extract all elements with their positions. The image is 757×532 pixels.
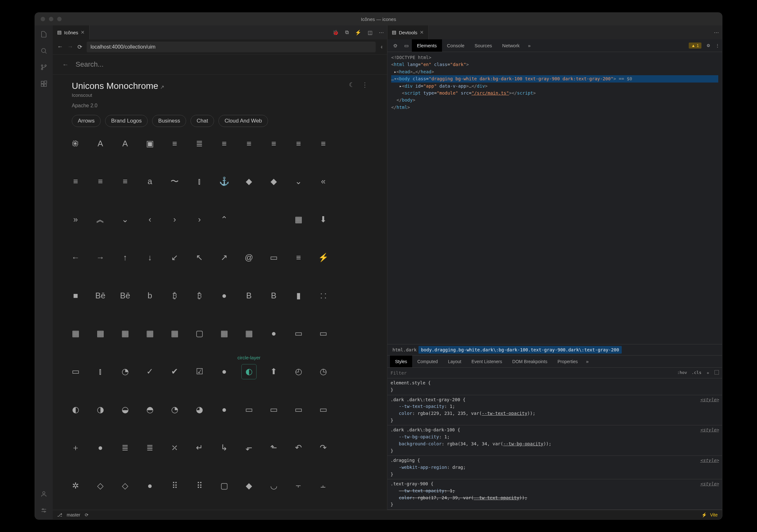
grid-icon[interactable]: ≡ [291, 136, 306, 151]
grid-icon[interactable]: ● [217, 288, 232, 303]
grid-icon[interactable]: ▦ [93, 326, 108, 341]
grid-icon[interactable]: ⬐ [241, 440, 257, 455]
grid-icon[interactable]: ▦ [142, 326, 158, 341]
back-arrow-icon[interactable]: ← [62, 61, 69, 68]
cls-toggle[interactable]: .cls [692, 370, 701, 376]
grid-icon[interactable]: ▭ [266, 402, 281, 417]
grid-icon[interactable]: ⠿ [192, 478, 207, 493]
grid-icon[interactable]: ● [266, 326, 281, 341]
grid-icon[interactable]: ▦ [291, 212, 306, 227]
hov-toggle[interactable]: :hov [677, 370, 687, 376]
styles-filter-input[interactable] [391, 370, 677, 375]
grid-icon[interactable]: ◡ [266, 478, 281, 493]
grid-icon[interactable]: ↙ [167, 250, 182, 265]
grid-icon[interactable]: ✓ [142, 364, 158, 379]
grid-icon[interactable]: 〜 [167, 174, 182, 189]
inspect-icon[interactable]: ⯐ [390, 43, 401, 48]
grid-icon[interactable]: ↗ [217, 250, 232, 265]
warning-badge[interactable]: ▲ 1 [689, 43, 701, 48]
grid-icon[interactable]: ▦ [68, 326, 83, 341]
grid-icon[interactable]: ⫿ [192, 174, 207, 189]
devtools-toggle-icon[interactable]: ⫞ [380, 44, 383, 50]
vite-label[interactable]: Vite [710, 512, 718, 517]
grid-icon[interactable]: ◑ [93, 402, 108, 417]
grid-icon[interactable]: › [192, 212, 207, 227]
more-tabs-icon[interactable]: » [525, 43, 534, 48]
grid-icon[interactable]: ‹ [142, 212, 158, 227]
grid-icon[interactable]: ↵ [192, 440, 207, 455]
grid-icon[interactable]: ⫠ [316, 478, 331, 493]
chip-business[interactable]: Business [152, 115, 186, 127]
grid-icon[interactable]: ＋ [68, 440, 83, 455]
subtab-styles[interactable]: Styles [390, 356, 412, 367]
titlebar[interactable]: Icônes — icones [35, 13, 722, 25]
grid-icon[interactable]: « [316, 174, 331, 189]
subtab-dom-breakpoints[interactable]: DOM Breakpoints [507, 356, 552, 367]
tab-console[interactable]: Console [442, 39, 469, 52]
grid-icon[interactable]: ⚓ [217, 174, 232, 189]
kebab-icon[interactable]: ⋮ [715, 43, 719, 48]
more-icon[interactable]: ⋯ [379, 30, 384, 36]
grid-icon[interactable]: ◔ [167, 402, 182, 417]
grid-icon[interactable]: B [266, 288, 281, 303]
grid-icon[interactable]: A [117, 136, 133, 151]
grid-icon[interactable]: ≡ [217, 136, 232, 151]
grid-icon[interactable]: ≡ [316, 136, 331, 151]
grid-icon[interactable]: ▭ [266, 250, 281, 265]
branch-icon[interactable] [39, 63, 48, 72]
grid-icon[interactable]: ◕ [192, 402, 207, 417]
grid-icon[interactable]: ≣ [117, 440, 133, 455]
grid-icon[interactable]: ● [217, 364, 232, 379]
grid-icon[interactable]: ▭ [291, 326, 306, 341]
grid-icon[interactable]: ↖ [192, 250, 207, 265]
grid-icon[interactable]: ▢ [192, 326, 207, 341]
grid-icon[interactable]: ◆ [241, 174, 257, 189]
subtab-layout[interactable]: Layout [443, 356, 467, 367]
grid-icon[interactable]: ≡ [167, 136, 182, 151]
grid-icon[interactable]: ▦ [167, 326, 182, 341]
grid-icon[interactable] [266, 212, 281, 227]
grid-icon[interactable]: ☑ [192, 364, 207, 379]
grid-icon[interactable]: ▭ [291, 402, 306, 417]
grid-icon[interactable]: ◴ [291, 364, 306, 379]
grid-icon[interactable]: ▣ [142, 136, 158, 151]
grid-icon[interactable]: » [68, 212, 83, 227]
grid-icon[interactable]: ◐circle-layer [241, 364, 257, 379]
chip-arrows[interactable]: Arrows [72, 115, 101, 127]
grid-icon[interactable]: ▭ [316, 402, 331, 417]
grid-icon[interactable]: Bē [93, 288, 108, 303]
grid-icon[interactable]: ⠿ [167, 478, 182, 493]
grid-icon[interactable]: B [241, 288, 257, 303]
grid-icon[interactable]: ⌄ [291, 174, 306, 189]
grid-icon[interactable]: ◆ [266, 174, 281, 189]
grid-icon[interactable]: ₿ [192, 288, 207, 303]
dom-tree[interactable]: <!DOCTYPE html> <html lang="en" class="d… [387, 52, 722, 113]
chip-brand-logos[interactable]: Brand Logos [105, 115, 148, 127]
forward-button[interactable]: → [67, 44, 73, 50]
grid-icon[interactable]: ⬆ [266, 364, 281, 379]
more-icon[interactable]: ⋮ [362, 81, 368, 89]
grid-icon[interactable]: ↶ [291, 440, 306, 455]
grid-icon[interactable]: → [93, 250, 108, 265]
grid-icon[interactable]: ◐ [68, 402, 83, 417]
grid-icon[interactable]: ↷ [316, 440, 331, 455]
grid-icon[interactable]: ▦ [241, 326, 257, 341]
more-tabs-icon[interactable]: » [583, 359, 592, 364]
grid-icon[interactable]: ≡ [291, 250, 306, 265]
dom-breadcrumb[interactable]: html.dark body.dragging.bg-white.dark\:b… [387, 344, 722, 356]
grid-icon[interactable]: ⚡ [316, 250, 331, 265]
bolt-icon[interactable]: ⚡ [355, 30, 361, 36]
grid-icon[interactable]: ↳ [217, 440, 232, 455]
grid-icon[interactable]: ● [93, 440, 108, 455]
sync-icon[interactable]: ⟳ [85, 512, 89, 517]
tab-sources[interactable]: Sources [469, 39, 497, 52]
grid-icon[interactable] [241, 212, 257, 227]
grid-icon[interactable]: ↓ [142, 250, 158, 265]
grid-icon[interactable]: ︽ [93, 212, 108, 227]
grid-icon[interactable]: ▮ [291, 288, 306, 303]
more-icon[interactable]: ⋯ [714, 30, 719, 36]
grid-icon[interactable]: ⫿ [93, 364, 108, 379]
grid-icon[interactable]: b [142, 288, 158, 303]
files-icon[interactable] [39, 30, 48, 39]
grid-icon[interactable]: @ [241, 250, 257, 265]
